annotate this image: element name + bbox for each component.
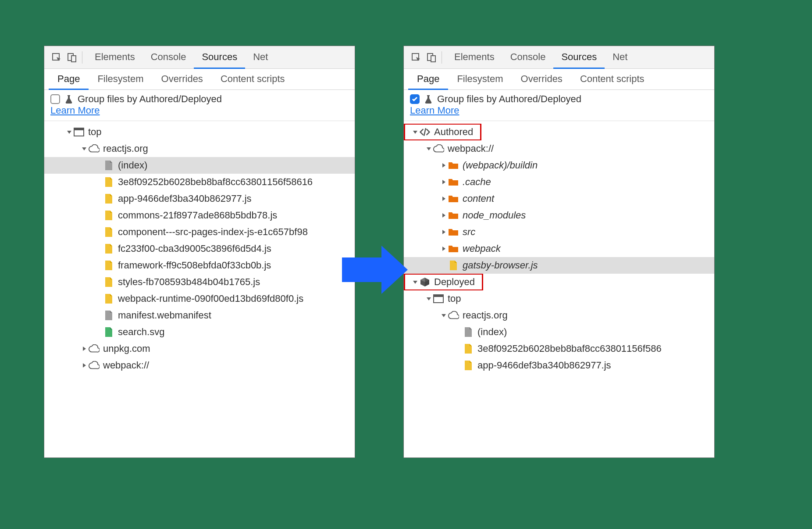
- doc-yellow-icon: [103, 210, 114, 221]
- chevron-down-icon[interactable]: [425, 146, 433, 151]
- tree-label: gatsby-browser.js: [463, 260, 538, 271]
- tree-row[interactable]: styles-fb708593b484b04b1765.js: [44, 274, 355, 290]
- doc-yellow-icon: [463, 343, 474, 354]
- learn-more-link[interactable]: Learn More: [410, 105, 459, 116]
- inspect-icon[interactable]: [409, 50, 424, 65]
- tree-row[interactable]: app-9466def3ba340b862977.js: [44, 190, 355, 207]
- tree-row[interactable]: component---src-pages-index-js-e1c657bf9…: [44, 224, 355, 240]
- tree-row[interactable]: gatsby-browser.js: [404, 257, 714, 274]
- chevron-down-icon[interactable]: [80, 146, 88, 151]
- tree-row[interactable]: top: [404, 290, 714, 307]
- subtab-content-scripts[interactable]: Content scripts: [571, 69, 653, 90]
- tree-row[interactable]: content: [404, 190, 714, 207]
- chevron-right-icon[interactable]: [440, 229, 448, 235]
- cloud-icon: [88, 143, 100, 154]
- tab-network[interactable]: Net: [605, 46, 635, 69]
- cloud-icon: [433, 143, 444, 154]
- chevron-right-icon[interactable]: [440, 246, 448, 251]
- learn-more-link[interactable]: Learn More: [50, 105, 100, 116]
- tab-sources[interactable]: Sources: [553, 46, 605, 69]
- tree-row[interactable]: (webpack)/buildin: [404, 157, 714, 174]
- tree-row[interactable]: 3e8f09252b6028beb8baf8cc63801156f586: [404, 340, 714, 357]
- tree-row[interactable]: fc233f00-cba3d9005c3896f6d5d4.js: [44, 240, 355, 257]
- chevron-right-icon[interactable]: [440, 213, 448, 218]
- chevron-down-icon[interactable]: [411, 129, 419, 135]
- device-icon[interactable]: [424, 50, 439, 65]
- tree-row[interactable]: (index): [44, 157, 355, 174]
- tree-label: search.svg: [118, 326, 164, 338]
- tab-elements[interactable]: Elements: [446, 46, 502, 69]
- tree-row[interactable]: .cache: [404, 174, 714, 190]
- tree-row[interactable]: search.svg: [44, 324, 355, 340]
- tab-console[interactable]: Console: [502, 46, 554, 69]
- tree-row[interactable]: framework-ff9c508ebfda0f33cb0b.js: [44, 257, 355, 274]
- separator: [82, 51, 82, 64]
- tree-row[interactable]: Authored: [404, 124, 714, 140]
- tree-label: top: [88, 126, 102, 138]
- chevron-right-icon[interactable]: [80, 363, 88, 368]
- authored-deployed-option: Group files by Authored/Deployed Learn M…: [44, 90, 355, 121]
- chevron-down-icon[interactable]: [411, 279, 419, 285]
- tree-row[interactable]: reactjs.org: [44, 140, 355, 157]
- chevron-right-icon[interactable]: [440, 196, 448, 201]
- tree-label: node_modules: [463, 210, 526, 221]
- chevron-down-icon[interactable]: [440, 313, 448, 318]
- tab-elements[interactable]: Elements: [87, 46, 143, 69]
- tree-row[interactable]: webpack://: [404, 140, 714, 157]
- authored-deployed-option: Group files by Authored/Deployed Learn M…: [404, 90, 714, 121]
- chevron-right-icon[interactable]: [440, 163, 448, 168]
- folder-icon: [448, 160, 459, 171]
- group-label: Group files by Authored/Deployed: [78, 93, 222, 105]
- tree-row[interactable]: src: [404, 224, 714, 240]
- frame-icon: [73, 126, 85, 138]
- tree-label: (index): [477, 326, 507, 338]
- highlight-annotation: Authored: [404, 124, 481, 140]
- subtab-overrides[interactable]: Overrides: [512, 69, 571, 90]
- tab-console[interactable]: Console: [143, 46, 194, 69]
- subtab-page[interactable]: Page: [49, 69, 89, 90]
- tree-row[interactable]: app-9466def3ba340b862977.js: [404, 357, 714, 374]
- tree-row[interactable]: 3e8f09252b6028beb8baf8cc63801156f58616: [44, 174, 355, 190]
- doc-yellow-icon: [103, 260, 114, 271]
- group-checkbox[interactable]: [410, 94, 420, 104]
- tree-row[interactable]: webpack-runtime-090f00ed13bd69fd80f0.js: [44, 290, 355, 307]
- subtab-overrides[interactable]: Overrides: [153, 69, 212, 90]
- flask-icon: [64, 94, 73, 104]
- tree-row[interactable]: Deployed: [404, 274, 714, 290]
- svg-rect-7: [431, 56, 435, 62]
- subtab-filesystem[interactable]: Filesystem: [89, 69, 152, 90]
- svg-rect-9: [434, 295, 443, 297]
- tree-row[interactable]: node_modules: [404, 207, 714, 224]
- highlight-annotation: Deployed: [404, 274, 483, 290]
- tree-row[interactable]: webpack://: [44, 357, 355, 374]
- separator: [442, 51, 442, 64]
- tree-label: webpack://: [448, 143, 494, 154]
- tree-row[interactable]: reactjs.org: [404, 307, 714, 324]
- chevron-down-icon[interactable]: [425, 296, 433, 301]
- subtab-content-scripts[interactable]: Content scripts: [212, 69, 294, 90]
- tree-row[interactable]: unpkg.com: [44, 340, 355, 357]
- device-icon[interactable]: [64, 50, 79, 65]
- tree-label: fc233f00-cba3d9005c3896f6d5d4.js: [118, 243, 271, 254]
- tree-row[interactable]: commons-21f8977ade868b5bdb78.js: [44, 207, 355, 224]
- inspect-icon[interactable]: [50, 50, 64, 65]
- cloud-icon: [88, 343, 100, 354]
- subtab-filesystem[interactable]: Filesystem: [448, 69, 512, 90]
- devtools-panel-before: Elements Console Sources Net Page Filesy…: [44, 46, 355, 458]
- subtab-page[interactable]: Page: [408, 69, 448, 90]
- chevron-down-icon[interactable]: [65, 129, 73, 135]
- group-checkbox[interactable]: [50, 94, 60, 104]
- tree-label: webpack://: [103, 360, 149, 371]
- tree-label: content: [463, 193, 494, 204]
- tree-row[interactable]: webpack: [404, 240, 714, 257]
- tree-label: commons-21f8977ade868b5bdb78.js: [118, 210, 277, 221]
- chevron-right-icon[interactable]: [80, 346, 88, 351]
- cube-icon: [419, 276, 431, 288]
- tab-sources[interactable]: Sources: [194, 46, 245, 69]
- tree-row[interactable]: (index): [404, 324, 714, 340]
- tree-row[interactable]: top: [44, 124, 355, 140]
- tree-row[interactable]: manifest.webmanifest: [44, 307, 355, 324]
- chevron-right-icon[interactable]: [440, 179, 448, 185]
- tab-network[interactable]: Net: [245, 46, 276, 69]
- tree-label: src: [463, 226, 475, 238]
